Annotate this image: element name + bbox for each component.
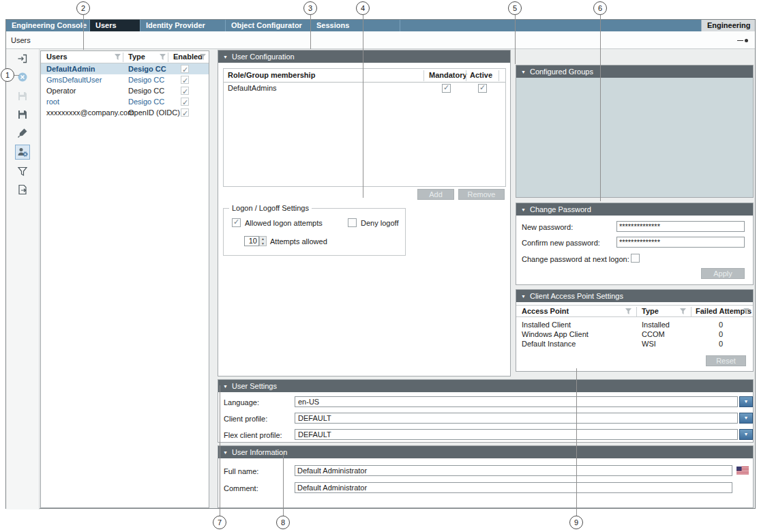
filter-icon[interactable] <box>680 308 686 314</box>
callout-1: 1 <box>1 68 14 82</box>
full-name-field[interactable] <box>295 465 732 476</box>
language-dropdown-button[interactable] <box>739 396 753 407</box>
add-button[interactable]: Add <box>417 189 454 200</box>
client-access-point-header[interactable]: Client Access Point Settings <box>516 290 753 302</box>
tab-users[interactable]: Users <box>90 20 140 31</box>
user-row[interactable]: root Desigo CC <box>41 96 209 107</box>
membership-row[interactable]: DefaultAdmins <box>224 83 505 93</box>
column-header-role[interactable]: Role/Group membership <box>228 71 315 79</box>
client-profile-dropdown-button[interactable] <box>739 413 753 424</box>
tab-engineering-console[interactable]: Engineering Console <box>6 20 90 31</box>
column-header-access-point[interactable]: Access Point <box>522 307 569 315</box>
panel-title: User Settings <box>232 382 277 390</box>
access-point-row[interactable]: Default Instance WSI 0 <box>516 339 753 349</box>
configured-groups-header[interactable]: Configured Groups <box>516 65 753 78</box>
attempts-spinner-value[interactable]: 10 <box>244 236 259 246</box>
user-settings-header[interactable]: User Settings <box>218 380 753 392</box>
filter-button[interactable] <box>15 164 30 179</box>
user-row[interactable]: Operator Desigo CC <box>41 85 209 96</box>
apply-button[interactable]: Apply <box>701 268 745 279</box>
reset-button[interactable]: Reset <box>706 355 746 366</box>
comment-field[interactable] <box>295 482 732 493</box>
column-header-users[interactable]: Users <box>46 53 68 61</box>
enabled-checkbox[interactable] <box>181 87 189 95</box>
user-row[interactable]: DefaultAdmin Desigo CC <box>41 63 209 74</box>
collapse-icon[interactable] <box>521 66 526 78</box>
access-point-row[interactable]: Windows App Client CCOM 0 <box>516 329 753 339</box>
flex-client-profile-combobox[interactable]: DEFAULT <box>295 429 738 440</box>
active-checkbox[interactable] <box>478 84 487 93</box>
column-divider <box>498 70 499 81</box>
tab-object-configurator[interactable]: Object Configurator <box>226 20 311 31</box>
access-point-table-header: Access Point Type Failed Attempts <box>516 305 753 317</box>
access-point-row[interactable]: Installed Client Installed 0 <box>516 320 753 329</box>
spinner-down-icon[interactable] <box>260 241 266 246</box>
user-name[interactable]: Operator <box>46 85 76 96</box>
enabled-checkbox[interactable] <box>181 76 189 84</box>
flex-client-profile-dropdown-button[interactable] <box>739 429 753 440</box>
spinner-up-icon[interactable] <box>260 237 266 241</box>
deactivate-user-button[interactable] <box>15 70 30 85</box>
save-all-button[interactable] <box>15 107 30 122</box>
tab-engineering[interactable]: Engineering <box>701 20 755 31</box>
filter-icon[interactable] <box>115 54 121 60</box>
user-type: Desigo CC <box>128 63 166 74</box>
pin-icon[interactable] <box>737 39 748 42</box>
groupbox-title: Logon / Logoff Settings <box>229 204 312 212</box>
user-configuration-header[interactable]: User Configuration <box>218 50 510 63</box>
tab-sessions[interactable]: Sessions <box>311 20 400 31</box>
collapse-icon[interactable] <box>223 51 228 63</box>
login-button[interactable] <box>15 51 30 66</box>
configured-groups-panel: Configured Groups <box>516 65 754 198</box>
language-combobox[interactable]: en-US <box>295 396 738 407</box>
collapse-icon[interactable] <box>223 381 228 393</box>
enabled-checkbox[interactable] <box>181 65 189 73</box>
callout-number: 1 <box>5 71 10 79</box>
next-logon-checkbox[interactable] <box>631 254 640 263</box>
user-name[interactable]: GmsDefaultUser <box>46 74 102 85</box>
column-header-type[interactable]: Type <box>642 307 659 315</box>
collapse-icon[interactable] <box>521 291 526 303</box>
change-password-header[interactable]: Change Password <box>516 203 753 216</box>
filter-icon[interactable] <box>625 308 631 314</box>
user-row[interactable]: GmsDefaultUser Desigo CC <box>41 74 209 85</box>
export-button[interactable] <box>15 182 30 197</box>
user-information-header[interactable]: User Information <box>218 446 753 458</box>
column-header-active[interactable]: Active <box>470 71 492 79</box>
user-configuration-button[interactable] <box>15 145 30 160</box>
column-header-failed-attempts[interactable]: Failed Attempts <box>696 307 751 315</box>
export-icon <box>17 184 28 195</box>
callout-6: 6 <box>593 1 607 15</box>
deny-logoff-checkbox[interactable] <box>348 218 357 227</box>
new-password-field[interactable] <box>616 221 745 232</box>
client-profile-combobox[interactable]: DEFAULT <box>295 413 738 424</box>
breadcrumb: Users <box>11 31 31 49</box>
enabled-checkbox[interactable] <box>181 108 189 117</box>
user-row[interactable]: xxxxxxxxx@company.com OpenID (OIDC) <box>41 107 209 118</box>
customize-button[interactable] <box>15 125 30 141</box>
remove-button[interactable]: Remove <box>458 189 505 200</box>
flex-client-profile-label: Flex client profile: <box>224 431 282 439</box>
us-flag-icon <box>736 467 749 476</box>
user-name[interactable]: DefaultAdmin <box>46 63 95 74</box>
confirm-password-field[interactable] <box>616 237 745 248</box>
tab-identity-provider[interactable]: Identity Provider <box>140 20 226 31</box>
panel-title: Configured Groups <box>530 68 593 76</box>
mandatory-checkbox[interactable] <box>442 84 451 93</box>
enabled-checkbox[interactable] <box>181 98 189 106</box>
allowed-logon-attempts-checkbox[interactable] <box>232 218 241 227</box>
collapse-icon[interactable] <box>521 204 526 216</box>
callout-number: 5 <box>513 4 517 12</box>
user-name[interactable]: xxxxxxxxx@company.com <box>46 107 134 118</box>
column-header-type[interactable]: Type <box>128 53 145 61</box>
column-header-mandatory[interactable]: Mandatory <box>429 71 467 79</box>
filter-icon[interactable] <box>160 54 166 60</box>
change-password-next-logon-label: Change password at next logon: <box>522 255 629 263</box>
column-header-enabled[interactable]: Enabled <box>173 53 203 61</box>
attempts-spinner[interactable] <box>259 236 267 246</box>
save-button[interactable] <box>15 89 30 104</box>
callout-number: 8 <box>281 518 285 527</box>
collapse-icon[interactable] <box>223 447 228 459</box>
group-name: DefaultAdmins <box>228 84 277 92</box>
user-name[interactable]: root <box>46 96 59 107</box>
